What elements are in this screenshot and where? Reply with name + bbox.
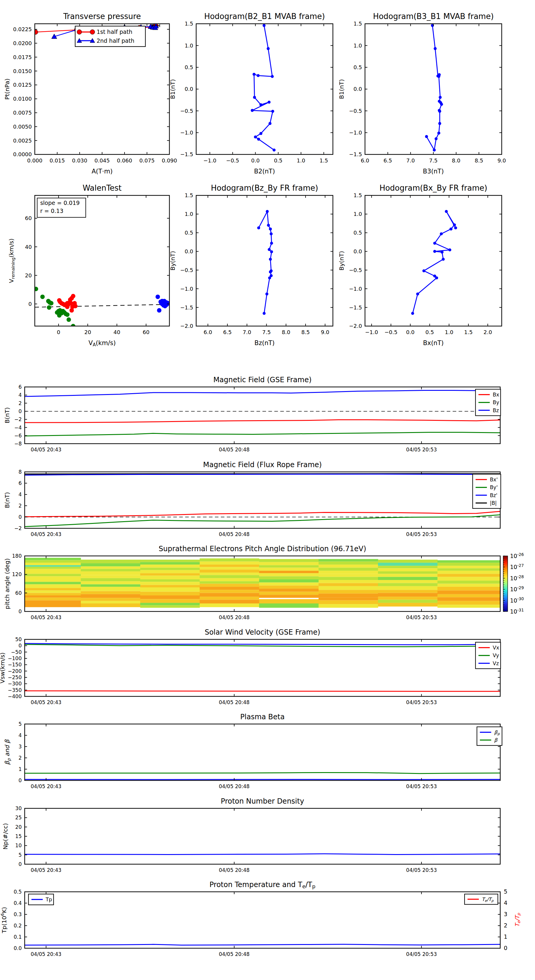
svg-text:4: 4 xyxy=(18,392,22,398)
svg-text:120: 120 xyxy=(12,571,22,577)
svg-text:0.0150: 0.0150 xyxy=(13,68,32,74)
svg-text:VA(km/s): VA(km/s) xyxy=(89,339,116,347)
svg-text:Vremaining(km/s): Vremaining(km/s) xyxy=(8,239,16,283)
svg-text:20: 20 xyxy=(15,824,22,830)
svg-text:Bx': Bx' xyxy=(490,477,498,482)
svg-text:β: β xyxy=(494,737,498,743)
svg-text:15: 15 xyxy=(15,833,22,839)
svg-text:Hodogram(Bx_By FR frame): Hodogram(Bx_By FR frame) xyxy=(380,183,487,192)
svg-text:0.045: 0.045 xyxy=(94,158,110,164)
svg-text:60: 60 xyxy=(25,215,32,221)
svg-text:−0.5: −0.5 xyxy=(384,329,398,335)
svg-text:6.5: 6.5 xyxy=(223,329,232,335)
svg-text:0.060: 0.060 xyxy=(117,158,132,164)
svg-text:0: 0 xyxy=(18,861,22,867)
svg-text:1.5: 1.5 xyxy=(464,329,473,335)
svg-text:3: 3 xyxy=(504,911,507,917)
svg-text:By(nT): By(nT) xyxy=(169,251,176,270)
svg-text:10-31: 10-31 xyxy=(510,608,524,615)
svg-text:Bz': Bz' xyxy=(490,492,497,498)
svg-text:180: 180 xyxy=(12,553,22,559)
svg-text:−1.0: −1.0 xyxy=(365,329,378,335)
svg-text:1st half path: 1st half path xyxy=(97,29,132,35)
svg-text:Hodogram(B3_B1 MVAB frame): Hodogram(B3_B1 MVAB frame) xyxy=(373,12,494,21)
svg-text:1.5: 1.5 xyxy=(353,192,362,198)
chart-proton-density: 04/05 20:4304/05 20:4804/05 20:530510152… xyxy=(0,787,535,876)
svg-text:0.5: 0.5 xyxy=(353,64,362,70)
svg-text:−1.0: −1.0 xyxy=(349,286,362,292)
chart-pitch-angle-spectrogram: 04/05 20:4304/05 20:4804/05 20:530601201… xyxy=(0,534,535,623)
svg-text:10-28: 10-28 xyxy=(510,574,524,581)
svg-text:20: 20 xyxy=(25,272,32,278)
svg-text:−0.5: −0.5 xyxy=(180,267,193,273)
svg-text:8.0: 8.0 xyxy=(452,158,460,164)
svg-text:0.0: 0.0 xyxy=(14,945,22,951)
svg-text:−0.5: −0.5 xyxy=(226,158,239,164)
svg-text:30: 30 xyxy=(15,805,22,811)
svg-text:B1(nT): B1(nT) xyxy=(169,79,176,99)
svg-text:−2.0: −2.0 xyxy=(349,323,362,329)
svg-text:2nd half path: 2nd half path xyxy=(97,37,134,44)
svg-text:−1.5: −1.5 xyxy=(180,304,193,311)
svg-text:−250: −250 xyxy=(8,675,22,680)
svg-text:1.5: 1.5 xyxy=(185,21,193,27)
chart-hodogram-bz-by: 6.06.57.07.58.08.59.0−2.0−1.5−1.0−0.50.0… xyxy=(166,178,339,356)
chart-magnetic-field-flux-rope: 04/05 20:4304/05 20:4804/05 20:53−202468… xyxy=(0,450,535,539)
svg-text:8.5: 8.5 xyxy=(301,329,310,335)
svg-text:0: 0 xyxy=(18,608,22,614)
svg-text:1.0: 1.0 xyxy=(445,329,453,335)
svg-text:0.5: 0.5 xyxy=(274,158,283,164)
svg-text:−1.0: −1.0 xyxy=(203,158,216,164)
svg-text:Proton Number Density: Proton Number Density xyxy=(221,797,304,805)
svg-text:Bz(nT): Bz(nT) xyxy=(254,339,275,347)
svg-text:Vz: Vz xyxy=(493,660,499,667)
svg-text:5: 5 xyxy=(504,888,507,895)
svg-text:Hodogram(B2_B1 MVAB frame): Hodogram(B2_B1 MVAB frame) xyxy=(204,12,325,21)
svg-text:04/05 20:48: 04/05 20:48 xyxy=(219,951,249,957)
svg-text:0.0175: 0.0175 xyxy=(13,54,32,60)
svg-text:Solar Wind Velocity (GSE Frame: Solar Wind Velocity (GSE Frame) xyxy=(205,628,320,636)
chart-walen-test: 02040600204060WalenTestVA(km/s)Vremainin… xyxy=(6,178,178,356)
chart-solar-wind-velocity: 04/05 20:4304/05 20:4804/05 20:53−400−35… xyxy=(0,618,535,707)
svg-text:25: 25 xyxy=(15,815,22,821)
svg-text:−4: −4 xyxy=(14,425,22,431)
svg-text:Vx: Vx xyxy=(493,645,499,651)
svg-text:Magnetic Field (Flux Rope Fram: Magnetic Field (Flux Rope Frame) xyxy=(203,461,322,469)
svg-text:2: 2 xyxy=(18,503,22,509)
chart-hodogram-bx-by: −1.0−0.50.00.51.01.52.0−2.0−1.5−1.0−0.50… xyxy=(335,178,508,356)
svg-text:0.0025: 0.0025 xyxy=(13,137,32,144)
svg-text:0.0000: 0.0000 xyxy=(13,151,32,158)
svg-text:0.5: 0.5 xyxy=(425,329,434,335)
svg-text:0.2: 0.2 xyxy=(14,923,22,929)
svg-text:1.5: 1.5 xyxy=(319,158,328,164)
svg-text:Pt(nPa): Pt(nPa) xyxy=(3,78,11,100)
svg-text:Te/Tp: Te/Tp xyxy=(514,913,521,927)
svg-text:−300: −300 xyxy=(8,681,22,687)
svg-text:|B|: |B| xyxy=(490,500,497,506)
svg-text:2: 2 xyxy=(504,922,507,929)
svg-text:9.0: 9.0 xyxy=(321,329,329,335)
svg-text:Bx(nT): Bx(nT) xyxy=(423,339,444,347)
svg-text:1.0: 1.0 xyxy=(185,211,193,217)
svg-text:Tp: Tp xyxy=(45,897,52,902)
svg-text:40: 40 xyxy=(25,244,32,250)
chart-transverse-pressure: 0.0000.0150.0300.0450.0600.0750.0900.000… xyxy=(6,6,178,179)
svg-text:−0.5: −0.5 xyxy=(349,267,362,273)
svg-text:−0.5: −0.5 xyxy=(349,108,362,114)
svg-text:−400: −400 xyxy=(8,694,22,699)
svg-text:6.0: 6.0 xyxy=(204,329,212,335)
svg-text:WalenTest: WalenTest xyxy=(83,183,121,192)
svg-text:8.0: 8.0 xyxy=(282,329,291,335)
svg-text:10-29: 10-29 xyxy=(510,585,524,592)
svg-text:Bx: Bx xyxy=(493,392,499,398)
svg-text:−1.5: −1.5 xyxy=(180,151,193,158)
svg-text:0.0225: 0.0225 xyxy=(13,26,32,32)
svg-text:−1.5: −1.5 xyxy=(349,304,362,311)
svg-text:10: 10 xyxy=(15,843,22,848)
svg-text:0.0100: 0.0100 xyxy=(13,95,32,102)
svg-text:3: 3 xyxy=(18,744,22,749)
svg-text:2: 2 xyxy=(18,400,22,406)
svg-text:Vsw(km/s): Vsw(km/s) xyxy=(0,652,6,683)
svg-text:1.0: 1.0 xyxy=(353,211,362,217)
svg-text:7.5: 7.5 xyxy=(429,158,438,164)
